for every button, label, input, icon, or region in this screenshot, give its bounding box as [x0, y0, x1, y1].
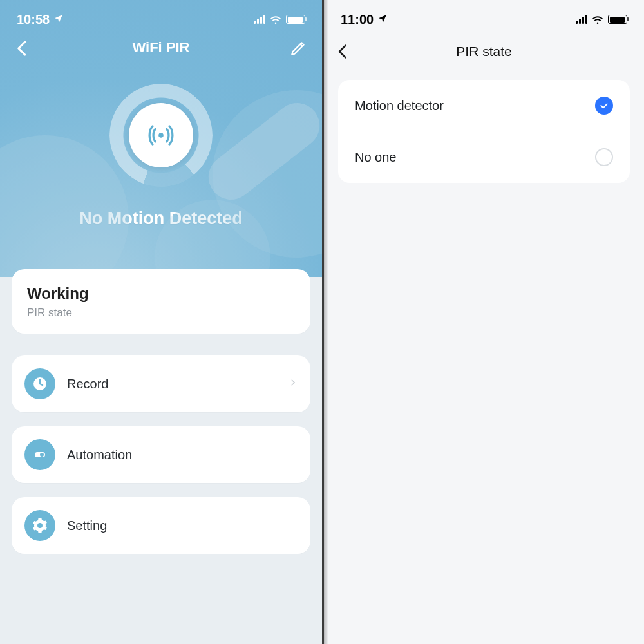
svg-point-4: [38, 524, 42, 527]
record-row[interactable]: Record: [12, 355, 310, 412]
automation-label: Automation: [67, 448, 298, 462]
battery-icon: [608, 15, 627, 24]
chevron-right-icon: [289, 378, 298, 390]
svg-point-0: [158, 133, 164, 138]
status-time: 10:58: [17, 12, 50, 27]
checkmark-icon: [595, 97, 613, 115]
setting-row[interactable]: Setting: [12, 497, 310, 554]
edit-button[interactable]: [290, 40, 307, 57]
cellular-icon: [576, 15, 587, 24]
gear-icon: [24, 510, 55, 541]
screen-pir-state: 11:00 PIR state: [322, 0, 644, 644]
automation-row[interactable]: Automation: [12, 426, 310, 483]
state-card-title: Working: [27, 285, 295, 303]
location-icon: [53, 12, 64, 27]
screen-wifi-pir: 10:58: [0, 0, 322, 644]
motion-dial: [109, 84, 213, 187]
clock-icon: [24, 368, 55, 399]
option-label: No one: [355, 150, 397, 165]
wifi-icon: [591, 13, 604, 26]
status-time: 11:00: [341, 12, 374, 27]
back-button[interactable]: [13, 39, 32, 58]
battery-icon: [286, 15, 305, 24]
cellular-icon: [254, 15, 265, 24]
record-label: Record: [67, 377, 277, 392]
option-no-one[interactable]: No one: [338, 131, 630, 183]
status-bar: 10:58: [0, 0, 322, 33]
wifi-icon: [269, 13, 282, 26]
page-title: WiFi PIR: [132, 39, 189, 56]
card-stack: Working PIR state Record Automation: [0, 277, 322, 644]
option-label: Motion detector: [355, 99, 444, 113]
nav-bar: PIR state: [324, 33, 644, 70]
nav-bar: WiFi PIR: [0, 33, 322, 62]
signal-icon: [129, 103, 193, 167]
hero-panel: 10:58: [0, 0, 322, 277]
state-card[interactable]: Working PIR state: [12, 269, 310, 334]
state-card-subtitle: PIR state: [27, 307, 295, 319]
pir-state-options: Motion detector No one: [338, 80, 630, 183]
setting-label: Setting: [67, 518, 298, 533]
svg-point-3: [40, 453, 44, 457]
toggle-icon: [24, 439, 55, 470]
radio-unchecked-icon: [595, 148, 613, 166]
option-motion-detector[interactable]: Motion detector: [338, 80, 630, 131]
location-icon: [377, 12, 388, 27]
status-bar: 11:00: [324, 0, 644, 33]
page-title: PIR state: [456, 44, 511, 59]
back-button[interactable]: [334, 43, 352, 61]
